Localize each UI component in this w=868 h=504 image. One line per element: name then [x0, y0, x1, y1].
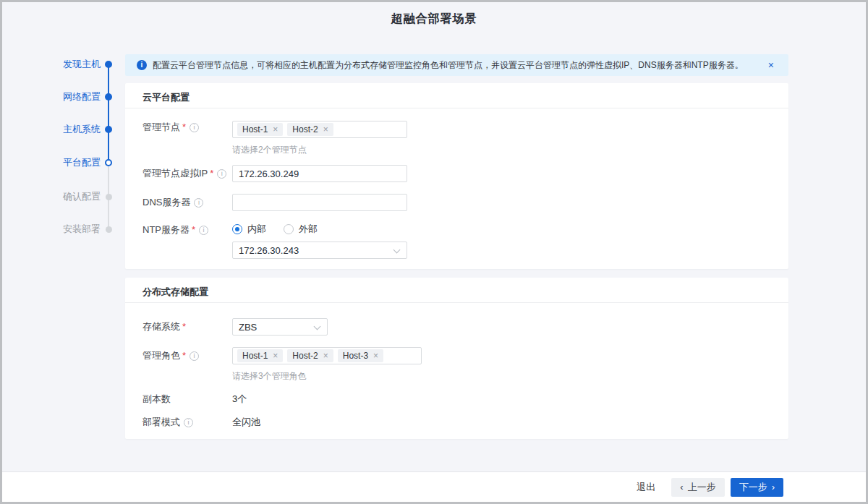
ntp-radio-internal-label: 内部	[247, 223, 266, 236]
required-mark: *	[182, 350, 186, 361]
storage-system-label-text: 存储系统	[142, 321, 180, 332]
tag-label: Host-1	[242, 124, 268, 134]
close-icon[interactable]: ×	[768, 59, 774, 71]
virtual-ip-label: 管理节点虚拟IP*i	[142, 167, 226, 180]
info-icon[interactable]: i	[184, 418, 193, 427]
management-nodes-input[interactable]: Host-1× Host-2×	[232, 121, 407, 138]
exit-button[interactable]: 退出	[637, 481, 655, 494]
chevron-left-icon: ‹	[680, 482, 683, 492]
virtual-ip-label-text: 管理节点虚拟IP	[142, 168, 208, 179]
required-mark: *	[182, 121, 186, 132]
virtual-ip-input[interactable]	[232, 165, 407, 182]
info-icon[interactable]: i	[190, 351, 199, 361]
info-icon: i	[137, 60, 147, 70]
cloud-platform-section: 云平台配置 管理节点*i Host-1× Host-2× 请选择2个管理节点 管…	[125, 83, 788, 269]
required-mark: *	[182, 321, 186, 332]
next-step-button[interactable]: 下一步 ›	[731, 478, 783, 497]
ntp-radio-group: 内部 外部	[232, 223, 318, 236]
deploy-mode-value: 全闪池	[232, 416, 260, 429]
step-nav: 发现主机 网络配置 主机系统 平台配置 确认配置 安装部署	[2, 54, 125, 242]
ntp-radio-internal[interactable]: 内部	[232, 223, 266, 236]
cloud-platform-section-title: 云平台配置	[125, 83, 788, 108]
management-roles-label-text: 管理角色	[142, 350, 180, 361]
info-banner: i 配置云平台管理节点信息，可将相应的主机配置为分布式存储管理监控角色和管理节点…	[125, 54, 788, 76]
step-network-config[interactable]: 网络配置	[28, 90, 101, 103]
ntp-radio-external-label: 外部	[299, 223, 318, 236]
ntp-server-select[interactable]: 172.26.30.243	[232, 242, 407, 259]
info-icon[interactable]: i	[217, 169, 226, 179]
tag-remove-icon[interactable]: ×	[273, 124, 278, 134]
info-icon[interactable]: i	[190, 123, 199, 132]
required-mark: *	[192, 224, 195, 235]
storage-system-select-value: ZBS	[239, 322, 257, 333]
previous-step-button[interactable]: ‹ 上一步	[671, 478, 724, 497]
management-nodes-helper: 请选择2个管理节点	[232, 144, 307, 156]
info-banner-text: 配置云平台管理节点信息，可将相应的主机配置为分布式存储管理监控角色和管理节点，并…	[153, 59, 744, 72]
tag-remove-icon[interactable]: ×	[323, 351, 328, 361]
step-dot-platform-config	[105, 159, 112, 166]
radio-icon	[284, 224, 294, 234]
required-mark: *	[210, 168, 213, 179]
chevron-down-icon	[393, 247, 401, 254]
step-line-completed	[108, 64, 109, 163]
step-confirm-config[interactable]: 确认配置	[28, 190, 101, 203]
step-host-system[interactable]: 主机系统	[28, 123, 101, 136]
info-icon[interactable]: i	[199, 226, 208, 235]
dns-input[interactable]	[232, 194, 407, 211]
management-nodes-label: 管理节点*i	[142, 121, 199, 134]
tag-label: Host-2	[292, 124, 318, 134]
tag-host-2: Host-2×	[287, 349, 333, 362]
ntp-label: NTP服务器*i	[142, 223, 208, 236]
distributed-storage-section-title: 分布式存储配置	[125, 278, 788, 303]
tag-remove-icon[interactable]: ×	[273, 351, 278, 361]
previous-step-label: 上一步	[688, 481, 716, 494]
replicas-label: 副本数	[142, 393, 171, 406]
storage-system-select[interactable]: ZBS	[232, 318, 328, 336]
radio-icon	[232, 224, 242, 234]
dns-label-text: DNS服务器	[142, 197, 190, 208]
step-dot-install-deploy	[106, 226, 112, 233]
management-roles-input[interactable]: Host-1× Host-2× Host-3×	[232, 347, 422, 364]
step-dot-discover-hosts	[105, 61, 112, 68]
step-platform-config[interactable]: 平台配置	[28, 156, 101, 169]
tag-host-3: Host-3×	[338, 349, 383, 362]
footer-bar: 退出 ‹ 上一步 下一步 ›	[2, 471, 866, 502]
page-title: 超融合部署场景	[2, 12, 866, 27]
tag-label: Host-3	[343, 351, 368, 361]
step-dot-host-system	[105, 126, 112, 133]
tag-remove-icon[interactable]: ×	[323, 124, 328, 134]
tag-remove-icon[interactable]: ×	[373, 351, 378, 361]
replicas-value: 3个	[232, 393, 247, 406]
storage-system-label: 存储系统*	[142, 320, 186, 333]
next-step-label: 下一步	[739, 481, 767, 494]
step-discover-hosts[interactable]: 发现主机	[28, 58, 101, 71]
step-install-deploy[interactable]: 安装部署	[28, 223, 101, 236]
dns-label: DNS服务器i	[142, 196, 203, 209]
tag-label: Host-2	[292, 351, 318, 361]
deploy-mode-label-text: 部署模式	[142, 417, 180, 427]
step-dot-confirm-config	[106, 194, 112, 200]
deploy-mode-label: 部署模式i	[142, 416, 193, 429]
tag-host-1: Host-1×	[237, 123, 283, 136]
tag-host-1: Host-1×	[237, 349, 283, 362]
ntp-radio-external[interactable]: 外部	[284, 223, 318, 236]
deployment-wizard-window: 超融合部署场景 发现主机 网络配置 主机系统 平台配置 确认配置 安装部署 i …	[0, 0, 868, 504]
distributed-storage-section: 分布式存储配置 存储系统* ZBS 管理角色*i Host-1× Host-2×…	[125, 278, 788, 439]
tag-host-2: Host-2×	[287, 123, 333, 136]
step-dot-network-config	[105, 93, 112, 101]
management-roles-label: 管理角色*i	[142, 349, 199, 362]
info-icon[interactable]: i	[194, 198, 203, 208]
chevron-right-icon: ›	[772, 482, 775, 492]
chevron-down-icon	[314, 323, 321, 330]
ntp-server-select-value: 172.26.30.243	[239, 245, 299, 256]
management-roles-helper: 请选择3个管理角色	[232, 370, 307, 383]
ntp-label-text: NTP服务器	[142, 224, 190, 235]
management-nodes-label-text: 管理节点	[142, 121, 180, 132]
tag-label: Host-1	[242, 351, 268, 361]
